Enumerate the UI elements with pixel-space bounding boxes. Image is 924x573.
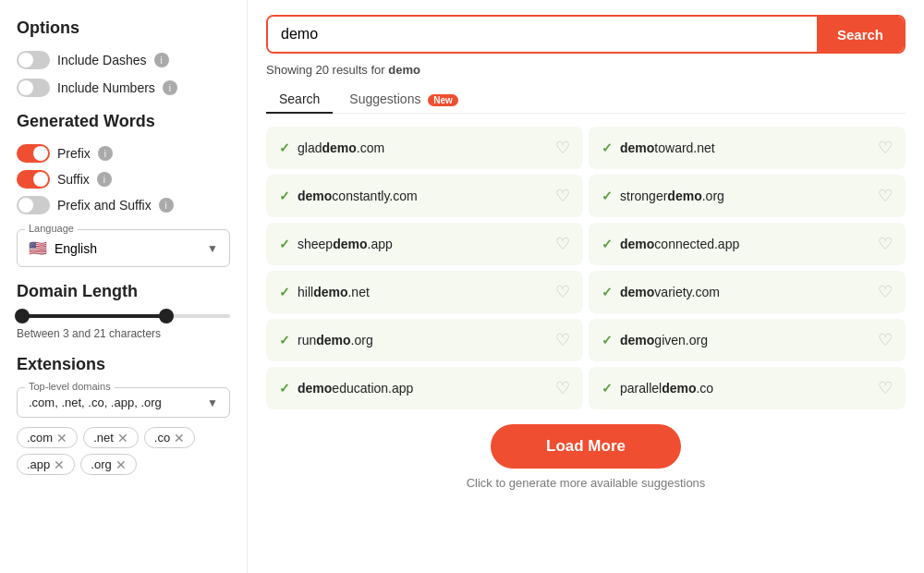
domain-name: hilldemo.net [298, 285, 370, 299]
domain-name: gladdemo.com [298, 140, 384, 155]
domain-keyword: demo [313, 285, 347, 299]
language-select[interactable]: English [55, 241, 200, 256]
heart-icon[interactable]: ♡ [878, 234, 893, 254]
tab-badge: New [428, 94, 458, 106]
domain-keyword: demo [298, 189, 332, 203]
load-more-hint: Click to generate more available suggest… [467, 476, 706, 490]
domain-name: demovariety.com [620, 285, 720, 299]
check-icon: ✓ [602, 285, 613, 299]
range-label: Between 3 and 21 characters [17, 327, 230, 340]
results-summary: Showing 20 results for demo [266, 63, 906, 77]
range-track [17, 314, 230, 318]
prefix-suffix-info-icon[interactable]: i [159, 198, 174, 213]
domain-word: variety.com [654, 285, 720, 299]
tag-label: .app [27, 457, 50, 471]
language-field-label: Language [25, 223, 78, 234]
tld-dropdown[interactable]: Top-level domains .com, .net, .co, .app,… [17, 387, 230, 418]
heart-icon[interactable]: ♡ [878, 282, 893, 302]
include-dashes-toggle[interactable] [17, 51, 50, 69]
check-icon: ✓ [279, 381, 290, 396]
domain-keyword: demo [333, 237, 367, 251]
extensions-section: Extensions Top-level domains .com, .net,… [17, 355, 230, 475]
domain-keyword: demo [620, 333, 654, 347]
heart-icon[interactable]: ♡ [555, 186, 570, 206]
domain-card: ✓ democonstantly.com ♡ [266, 175, 583, 217]
domain-keyword: demo [620, 285, 654, 299]
prefix-toggle[interactable] [17, 144, 50, 163]
domain-card: ✓ demovariety.com ♡ [589, 271, 906, 313]
domain-word: given.org [654, 333, 708, 347]
domain-name: rundemo.org [298, 333, 373, 347]
domain-left: ✓ demoeducation.app [279, 381, 413, 396]
tag-remove-icon[interactable]: ✕ [56, 432, 67, 445]
domain-word: glad [298, 140, 322, 155]
tld-value: .com, .net, .co, .app, .org [29, 396, 207, 409]
domain-card: ✓ rundemo.org ♡ [266, 319, 583, 361]
suffix-info-icon[interactable]: i [97, 172, 112, 187]
tag-remove-icon[interactable]: ✕ [174, 432, 185, 445]
domain-word: connected.app [654, 237, 739, 251]
search-input[interactable] [268, 17, 817, 52]
search-button[interactable]: Search [817, 17, 904, 52]
domain-tld: .org [702, 189, 724, 203]
load-more-button[interactable]: Load More [491, 424, 681, 469]
domain-tld: .app [368, 237, 393, 251]
check-icon: ✓ [279, 285, 290, 299]
suffix-row: Suffix i [17, 170, 230, 189]
domain-word: stronger [620, 189, 667, 203]
range-handle-left[interactable] [15, 309, 30, 323]
domain-card: ✓ strongerdemo.org ♡ [589, 175, 906, 217]
heart-icon[interactable]: ♡ [555, 330, 570, 350]
tag-remove-icon[interactable]: ✕ [116, 458, 127, 471]
heart-icon[interactable]: ♡ [878, 138, 893, 158]
domain-name: demogiven.org [620, 333, 708, 347]
tag-item: .app✕ [17, 454, 75, 475]
tag-item: .org✕ [80, 454, 136, 475]
heart-icon[interactable]: ♡ [555, 138, 570, 158]
tab-suggestions[interactable]: Suggestions New [336, 86, 471, 114]
domain-tld: .org [351, 333, 373, 347]
domain-keyword: demo [667, 189, 701, 203]
tag-label: .org [91, 457, 111, 471]
tag-remove-icon[interactable]: ✕ [54, 458, 65, 471]
heart-icon[interactable]: ♡ [878, 378, 893, 398]
suffix-toggle[interactable] [17, 170, 50, 189]
heart-icon[interactable]: ♡ [555, 378, 570, 398]
tab-search[interactable]: Search [266, 86, 333, 114]
domain-keyword: demo [322, 140, 356, 155]
tag-remove-icon[interactable]: ✕ [117, 432, 128, 445]
domain-keyword: demo [298, 381, 332, 396]
tag-label: .net [93, 431, 114, 445]
include-numbers-label: Include Numbers [57, 80, 155, 95]
language-dropdown[interactable]: Language 🇺🇸 English ▼ [17, 229, 230, 267]
tag-label: .com [27, 431, 53, 445]
prefix-suffix-toggle[interactable] [17, 196, 50, 214]
heart-icon[interactable]: ♡ [878, 330, 893, 350]
include-numbers-toggle[interactable] [17, 79, 50, 97]
check-icon: ✓ [602, 189, 613, 203]
check-icon: ✓ [602, 333, 613, 347]
domain-left: ✓ demovariety.com [602, 285, 720, 299]
prefix-info-icon[interactable]: i [98, 146, 113, 161]
range-fill [17, 314, 166, 318]
domain-word: parallel [620, 381, 662, 396]
heart-icon[interactable]: ♡ [878, 186, 893, 206]
check-icon: ✓ [279, 237, 290, 251]
tabs: SearchSuggestions New [266, 86, 906, 114]
heart-icon[interactable]: ♡ [555, 234, 570, 254]
prefix-and-suffix-row: Prefix and Suffix i [17, 196, 230, 214]
heart-icon[interactable]: ♡ [555, 282, 570, 302]
include-numbers-info-icon[interactable]: i [163, 80, 177, 95]
include-dashes-info-icon[interactable]: i [154, 53, 169, 67]
domain-word: sheep [298, 237, 333, 251]
domain-name: demotoward.net [620, 140, 715, 155]
domain-length-title: Domain Length [17, 282, 230, 301]
domain-word: hill [298, 285, 313, 299]
domain-left: ✓ hilldemo.net [279, 285, 370, 299]
tag-label: .co [154, 431, 170, 445]
range-handle-right[interactable] [159, 309, 174, 323]
domains-grid: ✓ gladdemo.com ♡ ✓ demotoward.net ♡ ✓ de… [266, 127, 906, 409]
tld-field-label: Top-level domains [25, 381, 115, 392]
domain-tld: .com [357, 140, 384, 155]
check-icon: ✓ [602, 381, 613, 396]
